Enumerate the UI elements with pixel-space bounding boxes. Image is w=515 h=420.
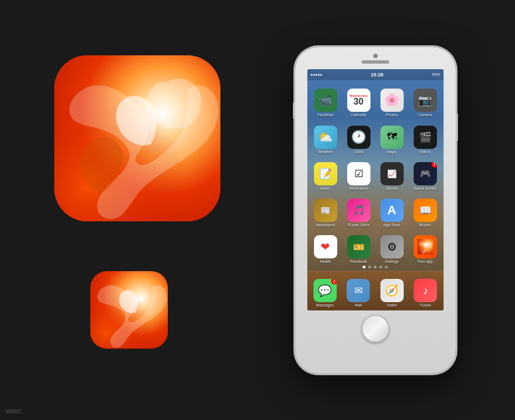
app-label-itunesstore: iTunes Store xyxy=(348,223,369,227)
app-icon-facetime[interactable]: 📹Facetime xyxy=(311,85,341,118)
app-grid: 📹FacetimeWednesday30Calendar🌸Photos📷Came… xyxy=(307,80,444,269)
clock-display: 15:26 xyxy=(371,72,384,77)
app-icon-stocks[interactable]: 📈Stocks xyxy=(377,158,407,191)
app-label-maps: Maps xyxy=(387,150,396,154)
carrier-signal: ●●●●● xyxy=(311,72,322,76)
app-label-messages: Messages xyxy=(316,303,334,308)
app-icon-img-photos: 🌸 xyxy=(380,89,404,112)
app-icon-img-facetime: 📹 xyxy=(314,89,337,112)
app-icon-img-mail: ✉ xyxy=(347,279,370,302)
app-icon-health[interactable]: ❤Health xyxy=(311,231,341,264)
app-icon-newsstand[interactable]: 📰Newsstand xyxy=(311,194,341,227)
app-icon-reminders[interactable]: ☑Reminders xyxy=(344,158,374,191)
app-icon-img-itunesstore: 🎵 xyxy=(347,199,370,222)
app-icon-img-newsstand: 📰 xyxy=(314,199,337,222)
app-label-weather: Weather xyxy=(318,150,332,154)
status-bar: ●●●●● 15:26 50% xyxy=(307,69,444,80)
app-icon-gamecenter[interactable]: 🎮1Game Center xyxy=(410,158,440,191)
page-dot-3 xyxy=(374,266,377,268)
volume-button xyxy=(293,102,295,119)
phone-mockup: ●●●●● 15:26 50% 📹FacetimeWednesday30Cale… xyxy=(295,47,456,374)
app-label-stocks: Stocks xyxy=(386,186,398,191)
app-icon-img-videos: 🎬 xyxy=(414,126,437,149)
app-icon-img-stocks: 📈 xyxy=(380,162,404,185)
app-icon-img-maps: 🗺 xyxy=(380,126,404,149)
app-icon-messages[interactable]: 💬1Messages xyxy=(310,274,341,308)
app-label-passbook: Passbook xyxy=(350,260,367,264)
phone-screen: ●●●●● 15:26 50% 📹FacetimeWednesday30Cale… xyxy=(307,69,444,310)
app-icon-weather[interactable]: ⛅Weather xyxy=(311,121,341,154)
app-label-videos: Videos xyxy=(419,150,431,154)
app-icon-img-gamecenter: 🎮1 xyxy=(414,162,437,185)
app-label-ibooks: iBooks xyxy=(419,223,431,227)
app-icon-img-passbook: 🎫 xyxy=(347,235,370,258)
app-label-facetime: Facetime xyxy=(317,113,333,117)
page-dot-5 xyxy=(385,266,388,268)
page-dot-1 xyxy=(363,266,365,268)
app-icon-safari[interactable]: 🧭Safari xyxy=(377,274,408,308)
speaker xyxy=(362,60,389,64)
app-label-gamecenter: Game Center xyxy=(413,186,436,191)
page-dot-4 xyxy=(379,266,382,268)
app-label-calendar: Calendar xyxy=(351,113,366,117)
app-icon-settings[interactable]: ⚙Settings xyxy=(377,231,407,264)
phone-top xyxy=(295,47,456,64)
app-icon-img-messages: 💬1 xyxy=(313,279,337,302)
badge-messages: 1 xyxy=(331,279,337,284)
watermark: MAM2 xyxy=(6,408,22,414)
app-icon-ibooks[interactable]: 📖iBooks xyxy=(410,194,440,227)
app-icon-img-music: ♪ xyxy=(414,279,437,302)
page-dots xyxy=(307,266,444,268)
app-icon-img-yourapp xyxy=(414,235,437,258)
app-icon-notes[interactable]: 📝Notes xyxy=(311,158,341,191)
app-icon-camera[interactable]: 📷Camera xyxy=(410,85,440,118)
home-button[interactable] xyxy=(362,315,389,343)
app-label-mail: Mail xyxy=(355,303,362,308)
app-icon-itunesstore[interactable]: 🎵iTunes Store xyxy=(344,194,374,227)
app-icon-music[interactable]: ♪iTunes xyxy=(410,274,441,308)
app-label-notes: Notes xyxy=(320,186,330,191)
app-icon-maps[interactable]: 🗺Maps xyxy=(377,121,407,154)
app-label-health: Health xyxy=(320,260,331,264)
app-icon-img-weather: ⛅ xyxy=(314,126,337,149)
app-label-photos: Photos xyxy=(386,113,398,117)
app-icon-videos[interactable]: 🎬Videos xyxy=(410,121,440,154)
app-label-newsstand: Newsstand xyxy=(316,223,335,227)
app-icon-img-settings: ⚙ xyxy=(380,235,404,258)
app-label-clock: Clock xyxy=(354,150,364,154)
app-icon-large[interactable] xyxy=(54,55,220,221)
app-icon-img-appstore: A xyxy=(380,199,404,222)
app-icon-passbook[interactable]: 🎫Passbook xyxy=(344,231,374,264)
app-label-appstore: App Store xyxy=(383,223,400,227)
app-icon-yourapp[interactable]: Your app xyxy=(410,231,440,264)
app-icon-img-clock: 🕐 xyxy=(347,126,370,149)
badge-gamecenter: 1 xyxy=(431,162,437,168)
app-icon-img-notes: 📝 xyxy=(314,162,337,185)
app-label-yourapp: Your app xyxy=(418,260,433,264)
app-icon-img-ibooks: 📖 xyxy=(414,199,437,222)
icons-column xyxy=(38,55,220,349)
app-icon-img-camera: 📷 xyxy=(414,89,437,112)
page-dot-2 xyxy=(368,266,371,268)
dock: 💬1Messages✉Mail🧭Safari♪iTunes xyxy=(307,271,444,310)
app-icon-appstore[interactable]: AApp Store xyxy=(377,194,407,227)
battery-indicator: 50% xyxy=(432,72,440,76)
app-label-settings: Settings xyxy=(385,260,399,264)
app-icon-img-health: ❤ xyxy=(314,235,337,258)
front-camera xyxy=(373,54,378,58)
app-label-music: iTunes xyxy=(420,303,431,308)
battery-level: 50% xyxy=(432,72,440,76)
app-icon-img-calendar: Wednesday30 xyxy=(347,89,370,112)
app-label-safari: Safari xyxy=(387,303,397,308)
app-label-camera: Camera xyxy=(418,113,432,117)
signal-indicators: ●●●●● xyxy=(311,72,322,76)
app-icon-small[interactable] xyxy=(90,271,168,349)
app-icon-photos[interactable]: 🌸Photos xyxy=(377,85,407,118)
app-icon-img-safari: 🧭 xyxy=(380,279,404,302)
app-label-reminders: Reminders xyxy=(349,186,368,191)
app-icon-mail[interactable]: ✉Mail xyxy=(343,274,374,308)
app-icon-calendar[interactable]: Wednesday30Calendar xyxy=(344,85,374,118)
iphone: ●●●●● 15:26 50% 📹FacetimeWednesday30Cale… xyxy=(295,47,456,374)
power-button xyxy=(456,113,458,141)
app-icon-clock[interactable]: 🕐Clock xyxy=(344,121,374,154)
